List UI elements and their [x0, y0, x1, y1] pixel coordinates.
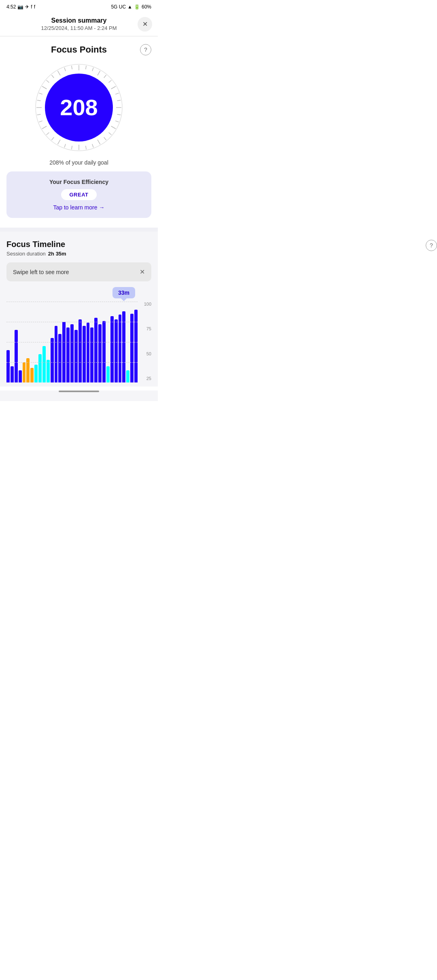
svg-line-34 — [58, 71, 61, 75]
gauge-outer: 208 — [34, 63, 123, 152]
chart-bar — [122, 311, 125, 382]
time-display: 4:52 — [6, 4, 16, 10]
status-left: 4:52 📷 ✈ f f — [6, 4, 35, 10]
google-photos-icon: 📷 — [17, 4, 23, 10]
svg-line-18 — [86, 146, 87, 150]
timeline-header-row: Focus Timeline ? — [6, 240, 151, 249]
chart-bar — [78, 319, 82, 382]
chart-wrapper: 33m 100 75 50 25 — [6, 287, 151, 382]
tap-learn-text: Tap to learn more — [53, 204, 98, 211]
swipe-text: Swipe left to see more — [13, 269, 69, 275]
svg-line-25 — [42, 126, 47, 129]
header-text-block: Session summary 12/25/2024, 11:50 AM - 2… — [41, 17, 117, 31]
chart-bar — [19, 370, 22, 382]
chart-bar — [58, 334, 62, 382]
focus-points-title: Focus Points — [51, 44, 107, 55]
efficiency-label: Your Focus Efficiency — [49, 179, 108, 185]
chart-bar — [126, 370, 129, 382]
chart-bar — [130, 314, 134, 382]
swipe-banner: Swipe left to see more ✕ — [6, 262, 151, 281]
y-label-75: 75 — [138, 326, 151, 331]
focus-points-help-button[interactable]: ? — [140, 44, 151, 55]
svg-line-27 — [37, 114, 41, 115]
timeline-duration-row: Session duration 2h 35m — [6, 251, 151, 257]
svg-line-22 — [58, 140, 61, 144]
svg-line-8 — [115, 93, 119, 94]
svg-line-3 — [92, 68, 93, 71]
duration-label: Session duration — [6, 251, 46, 257]
svg-line-17 — [92, 144, 93, 147]
svg-line-14 — [109, 133, 112, 135]
battery-level: 60% — [142, 4, 151, 10]
swipe-close-button[interactable]: ✕ — [140, 268, 145, 276]
chart-bar — [55, 326, 58, 382]
chart-bar — [102, 321, 106, 382]
svg-line-33 — [52, 75, 54, 78]
tap-learn-more[interactable]: Tap to learn more → — [53, 204, 105, 211]
score-circle: 208 — [45, 74, 113, 142]
chart-bar — [30, 368, 34, 382]
chart-tooltip: 33m — [112, 287, 135, 298]
svg-line-11 — [117, 114, 121, 115]
chart-area: 33m 100 75 50 25 — [6, 287, 151, 387]
chart-bar — [23, 362, 26, 382]
efficiency-card[interactable]: Your Focus Efficiency GREAT Tap to learn… — [6, 171, 151, 218]
chart-bar — [66, 327, 70, 382]
chart-bar — [38, 354, 42, 382]
svg-line-26 — [39, 121, 42, 122]
daily-goal-text: 208% of your daily goal — [6, 159, 151, 166]
session-header: Session summary 12/25/2024, 11:50 AM - 2… — [0, 12, 158, 36]
svg-line-2 — [86, 66, 87, 70]
svg-line-24 — [47, 133, 49, 135]
svg-line-21 — [64, 144, 66, 147]
svg-line-13 — [111, 126, 116, 129]
chart-bar — [70, 324, 74, 382]
y-label-25: 25 — [138, 376, 151, 381]
chart-bar — [62, 322, 66, 382]
chart-bar — [90, 327, 93, 382]
svg-line-15 — [104, 137, 106, 140]
svg-line-9 — [117, 100, 121, 101]
svg-line-20 — [72, 146, 72, 150]
y-label-100: 100 — [138, 302, 151, 306]
chart-bar — [115, 319, 118, 382]
chart-bar — [42, 346, 46, 382]
chart-bar — [11, 366, 14, 382]
arrow-icon: → — [99, 204, 104, 211]
efficiency-badge[interactable]: GREAT — [61, 189, 96, 200]
svg-line-31 — [42, 87, 47, 89]
session-title: Session summary — [41, 17, 117, 24]
svg-line-36 — [72, 66, 72, 70]
chart-bar — [98, 324, 102, 382]
battery-icon: 🔋 — [134, 4, 140, 10]
y-axis-labels: 100 75 50 25 — [138, 302, 151, 382]
chart-bar — [94, 318, 98, 382]
svg-line-7 — [111, 87, 116, 89]
facebook-icon: f — [31, 4, 32, 10]
chart-bar — [34, 365, 38, 382]
close-button[interactable]: ✕ — [138, 17, 152, 32]
status-bar: 4:52 📷 ✈ f f 5G UC ▲ 🔋 60% — [0, 0, 158, 12]
gauge-container: 208 — [6, 63, 151, 152]
chart-bar — [26, 358, 30, 382]
focus-points-section: Focus Points ? — [0, 36, 158, 228]
signal-icon: ▲ — [127, 4, 132, 10]
svg-line-32 — [47, 80, 49, 83]
duration-value: 2h 35m — [48, 251, 66, 257]
chart-bar — [110, 316, 114, 382]
chart-bar — [106, 366, 110, 382]
svg-line-30 — [39, 93, 42, 94]
score-value: 208 — [60, 96, 98, 119]
y-label-50: 50 — [138, 351, 151, 356]
svg-line-23 — [52, 137, 54, 140]
svg-line-6 — [109, 80, 112, 83]
svg-line-12 — [115, 121, 119, 122]
status-right: 5G UC ▲ 🔋 60% — [111, 4, 151, 10]
chart-bar — [15, 330, 18, 382]
chart-bar — [119, 315, 122, 382]
svg-line-35 — [64, 68, 66, 71]
svg-line-5 — [104, 75, 106, 78]
network-indicator: 5G UC — [111, 4, 126, 10]
chart-bar — [134, 310, 138, 382]
bottom-handle — [59, 391, 99, 392]
